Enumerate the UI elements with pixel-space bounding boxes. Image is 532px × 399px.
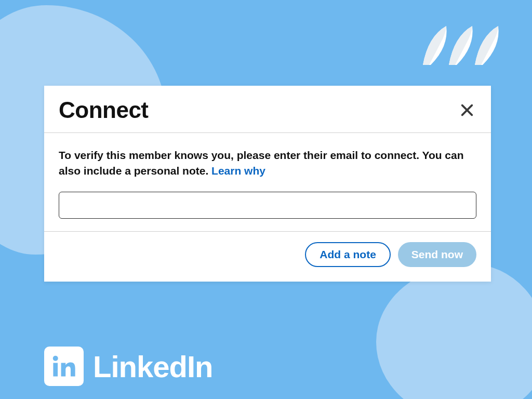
instruction-text: To verify this member knows you, please …: [59, 148, 476, 179]
modal-header: Connect: [44, 86, 491, 133]
send-now-button[interactable]: Send now: [398, 242, 476, 267]
connect-modal: Connect To verify this member knows you,…: [44, 86, 491, 282]
learn-why-link[interactable]: Learn why: [211, 165, 265, 177]
close-icon: [460, 103, 474, 117]
modal-body: To verify this member knows you, please …: [44, 133, 491, 232]
close-button[interactable]: [458, 101, 476, 119]
add-note-button[interactable]: Add a note: [305, 242, 391, 267]
modal-footer: Add a note Send now: [44, 232, 491, 282]
svg-rect-2: [53, 363, 58, 377]
feather-logo-icon: [418, 21, 506, 68]
linkedin-wordmark: LinkedIn: [93, 349, 212, 384]
linkedin-logo-icon: [44, 347, 84, 386]
linkedin-brand: LinkedIn: [44, 347, 212, 386]
email-field[interactable]: [59, 192, 476, 219]
modal-title: Connect: [59, 97, 149, 123]
svg-point-3: [53, 356, 58, 361]
background-blob-bottom-right: [376, 264, 532, 399]
